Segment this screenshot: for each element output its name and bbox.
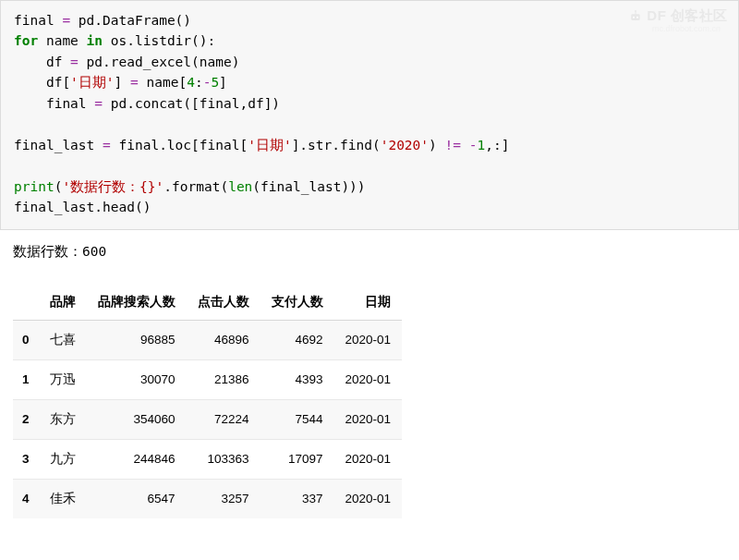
code-number: 1 [477,138,485,152]
col-header-click: 点击人数 [187,285,260,321]
table-row: 2 东方 354060 72224 7544 2020-01 [13,399,402,439]
col-header-search: 品牌搜索人数 [87,285,187,321]
code-token: final_last.head() [14,200,151,214]
stdout-output: 数据行数：600 [0,230,739,268]
table-header: 品牌 品牌搜索人数 点击人数 支付人数 日期 [13,285,402,321]
row-index: 3 [13,439,39,479]
code-token: : [195,75,203,90]
cell-search: 6547 [87,479,187,518]
col-header-pay: 支付人数 [260,285,334,321]
code-token: df[ [14,75,70,90]
svg-point-4 [635,10,636,12]
code-keyword: for [14,33,38,48]
cell-click: 3257 [187,479,260,518]
code-token: df [14,55,70,69]
cell-pay: 7544 [260,399,334,439]
row-index: 0 [13,320,39,359]
code-operator: = [70,55,79,69]
svg-point-2 [636,16,638,18]
watermark-url: mc.dfrobot.com.cn [652,24,721,33]
code-number: 4 [187,75,195,90]
code-keyword: in [87,33,103,48]
cell-click: 46896 [187,320,260,359]
cell-click: 103363 [187,439,260,479]
table-row: 3 九方 244846 103363 17097 2020-01 [13,439,402,479]
code-string: '数据行数：{}' [62,179,164,194]
table-row: 0 七喜 96885 46896 4692 2020-01 [13,320,402,359]
cell-click: 21386 [187,359,260,399]
code-token: final [14,13,62,28]
cell-pay: 4393 [260,359,334,399]
watermark-brand: DF 创客社区 [628,7,728,25]
cell-pay: 17097 [260,439,334,479]
code-token: name [38,33,86,48]
svg-rect-0 [632,14,640,20]
cell-date: 2020-01 [334,439,403,479]
dataframe-table: 品牌 品牌搜索人数 点击人数 支付人数 日期 0 七喜 96885 46896 … [13,285,402,518]
code-operator: = [62,13,70,28]
code-token: ,:] [485,138,509,152]
watermark-text: DF 创客社区 [647,7,728,25]
code-operator: = [94,96,103,111]
code-token: pd.concat([final,df]) [103,96,280,111]
cell-search: 96885 [87,320,187,359]
code-token: os.listdir(): [103,33,215,48]
cell-pay: 4692 [260,320,334,359]
cell-date: 2020-01 [334,320,403,359]
cell-search: 244846 [87,439,187,479]
cell-brand: 东方 [39,399,87,439]
code-token: ].str.find( [292,138,381,152]
code-builtin: len [228,179,252,194]
code-string: '日期' [70,75,114,90]
code-token: final.loc[final[ [111,138,248,152]
cell-brand: 佳禾 [39,479,87,518]
dataframe-output: 品牌 品牌搜索人数 点击人数 支付人数 日期 0 七喜 96885 46896 … [0,268,739,537]
cell-click: 72224 [187,399,260,439]
row-index: 1 [13,359,39,399]
cell-date: 2020-01 [334,399,403,439]
code-token: pd.DataFrame() [70,13,191,28]
code-token: pd.read_excel(name) [79,55,240,69]
code-token: (final_last))) [252,179,365,194]
col-header-date: 日期 [334,285,403,321]
code-operator: = [103,138,111,152]
code-token: ] [219,75,227,90]
code-token: ] [115,75,130,90]
code-input-cell: final = pd.DataFrame() for name in os.li… [0,0,739,230]
code-string: '日期' [248,138,291,152]
table-row: 4 佳禾 6547 3257 337 2020-01 [13,479,402,518]
code-number: 5 [211,75,219,90]
table-row: 1 万迅 30070 21386 4393 2020-01 [13,359,402,399]
row-index: 2 [13,399,39,439]
cell-date: 2020-01 [334,479,403,518]
cell-brand: 七喜 [39,320,87,359]
index-header [13,285,39,321]
code-token: final [14,96,94,111]
code-token: .format( [164,179,228,194]
code-token: name[ [139,75,187,90]
cell-brand: 万迅 [39,359,87,399]
table-body: 0 七喜 96885 46896 4692 2020-01 1 万迅 30070… [13,320,402,518]
cell-search: 30070 [87,359,187,399]
cell-brand: 九方 [39,439,87,479]
col-header-brand: 品牌 [39,285,87,321]
code-token: ) [429,138,444,152]
code-operator: = [130,75,139,90]
cell-date: 2020-01 [334,359,403,399]
cell-search: 354060 [87,399,187,439]
robot-icon [628,9,643,24]
code-token: final_last [14,138,103,152]
svg-point-1 [633,16,635,18]
code-string: '2020' [381,138,429,152]
code-builtin: print [14,179,55,194]
row-index: 4 [13,479,39,518]
cell-pay: 337 [260,479,334,518]
code-operator: != [445,138,461,152]
code-token [461,138,469,152]
